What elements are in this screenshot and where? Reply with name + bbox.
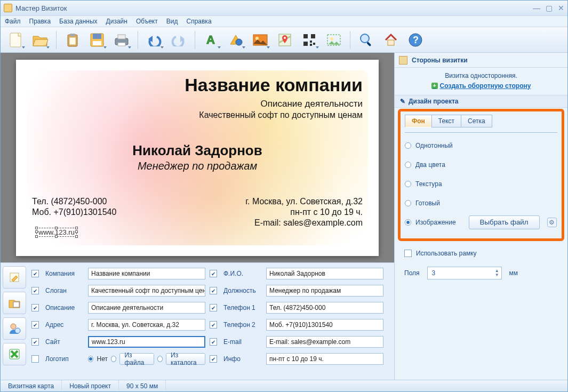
preview-button[interactable] — [355, 29, 378, 51]
menu-view[interactable]: Вид — [166, 18, 178, 25]
chk-info[interactable]: ✔ — [210, 355, 217, 363]
radio-bg-texture[interactable] — [405, 181, 411, 187]
svg-point-14 — [255, 37, 259, 40]
svg-text:A: A — [206, 33, 215, 46]
new-button[interactable] — [4, 29, 27, 51]
bg-settings-gear-icon[interactable]: ⚙ — [547, 218, 557, 227]
add-text-button[interactable]: A — [199, 29, 223, 51]
menu-file[interactable]: Файл — [5, 18, 21, 25]
chk-company[interactable]: ✔ — [31, 270, 39, 277]
svg-point-33 — [15, 328, 20, 333]
chk-site[interactable]: ✔ — [31, 338, 39, 346]
radio-logo-catalog[interactable] — [157, 356, 163, 362]
add-clipart-button[interactable] — [322, 29, 346, 51]
input-fio[interactable]: Николай Задорнов — [266, 268, 383, 279]
card-activity[interactable]: Описание деятельности — [32, 99, 363, 109]
chk-email[interactable]: ✔ — [210, 338, 217, 346]
lbl-phone1: Телефон 1 — [223, 304, 262, 311]
tab-grid[interactable]: Сетка — [461, 115, 492, 127]
chk-position[interactable]: ✔ — [210, 287, 217, 294]
card-hours[interactable]: пн-пт с 10 до 19 ч. — [245, 207, 363, 217]
radio-bg-solid[interactable] — [405, 142, 411, 149]
input-phone1[interactable]: Тел. (4872)450-000 — [266, 302, 383, 314]
input-info[interactable]: пн-пт с 10 до 19 ч. — [266, 353, 383, 365]
create-back-link[interactable]: + Создать оборотную сторону — [431, 82, 531, 90]
card-address[interactable]: г. Москва, ул. Советская, д.32 — [245, 197, 363, 206]
card-phone2[interactable]: Моб. +7(910)1301540 — [32, 207, 116, 217]
selected-website-box[interactable]: www.123.ru — [36, 228, 77, 237]
add-qr-button[interactable] — [298, 29, 321, 51]
choose-file-button[interactable]: Выбрать файл — [469, 215, 540, 229]
input-address[interactable]: г. Москва, ул. Советская, д.32 — [88, 319, 205, 331]
lbl-info: Инфо — [223, 355, 262, 363]
input-email[interactable]: E-mail: sales@example.com — [266, 336, 383, 348]
radio-bg-preset[interactable] — [405, 200, 411, 206]
card-email[interactable]: E-mail: sales@example.com — [245, 218, 363, 228]
input-company[interactable]: Название компании — [88, 268, 205, 279]
redo-button[interactable] — [167, 29, 190, 51]
sidetab-database[interactable] — [3, 292, 26, 314]
input-slogan[interactable]: Качественный софт по доступным ценам — [88, 285, 205, 297]
chk-logo[interactable]: ✔ — [31, 355, 39, 363]
input-phone2[interactable]: Моб. +7(910)1301540 — [266, 319, 383, 331]
btn-logo-catalog[interactable]: Из каталога — [166, 353, 205, 365]
window-title: Мастер Визиток — [15, 4, 67, 12]
card-company[interactable]: Название компании — [32, 75, 363, 95]
margins-spinner[interactable]: 3 ▲▼ — [427, 267, 502, 279]
chk-phone1[interactable]: ✔ — [210, 304, 217, 311]
toolbar: A ? — [1, 27, 567, 53]
add-map-button[interactable] — [273, 29, 297, 51]
close-button[interactable]: ✕ — [558, 4, 564, 12]
lbl-email: E-mail — [223, 338, 262, 346]
radio-logo-none[interactable] — [88, 356, 93, 362]
home-button[interactable] — [379, 29, 403, 51]
radio-logo-file[interactable] — [111, 356, 116, 362]
chk-slogan[interactable]: ✔ — [31, 287, 39, 294]
chk-fio[interactable]: ✔ — [210, 270, 217, 277]
menubar: Файл Правка База данных Дизайн Объект Ви… — [1, 15, 567, 27]
menu-design[interactable]: Дизайн — [106, 18, 127, 25]
menu-edit[interactable]: Правка — [29, 18, 51, 25]
chk-activity[interactable]: ✔ — [31, 304, 39, 311]
print-button[interactable] — [110, 29, 133, 51]
help-button[interactable]: ? — [404, 29, 427, 51]
sidetab-edit[interactable] — [3, 266, 26, 289]
maximize-button[interactable]: ▢ — [546, 4, 553, 12]
open-button[interactable] — [28, 29, 52, 51]
chk-use-frame[interactable]: ✔ — [404, 250, 412, 257]
svg-rect-20 — [310, 41, 312, 43]
lbl-margins-unit: мм — [509, 269, 518, 277]
sidetab-export[interactable] — [3, 343, 26, 365]
radio-bg-two[interactable] — [405, 162, 411, 168]
minimize-button[interactable]: — — [533, 4, 540, 12]
tab-text[interactable]: Текст — [431, 115, 461, 127]
card-person-name[interactable]: Николай Задорнов — [32, 142, 363, 159]
save-button[interactable] — [85, 29, 109, 51]
lbl-site: Сайт — [45, 338, 84, 346]
tab-background[interactable]: Фон — [405, 115, 432, 127]
fields-panel: ✔ Компания Название компании ✔ Ф.И.О. Ни… — [1, 262, 394, 380]
card-slogan[interactable]: Качественный софт по доступным ценам — [32, 110, 363, 120]
sidetab-person[interactable] — [3, 317, 26, 340]
menu-object[interactable]: Объект — [136, 18, 158, 25]
business-card[interactable]: Название компании Описание деятельности … — [16, 60, 379, 256]
canvas-area[interactable]: Название компании Описание деятельности … — [1, 53, 394, 262]
btn-logo-file[interactable]: Из файла — [119, 353, 154, 365]
undo-button[interactable] — [142, 29, 166, 51]
card-position[interactable]: Менеджер по продажам — [32, 160, 363, 172]
menu-database[interactable]: База данных — [59, 18, 97, 25]
card-phone1[interactable]: Тел. (4872)450-000 — [32, 197, 116, 206]
menu-help[interactable]: Справка — [186, 18, 211, 25]
paste-button[interactable] — [61, 29, 84, 51]
chk-address[interactable]: ✔ — [31, 321, 39, 329]
svg-rect-31 — [13, 302, 19, 307]
add-image-button[interactable] — [249, 29, 272, 51]
chk-phone2[interactable]: ✔ — [210, 321, 217, 329]
radio-bg-image[interactable] — [405, 219, 411, 226]
input-site[interactable]: www.123.ru — [88, 336, 205, 348]
svg-rect-27 — [388, 40, 394, 45]
input-activity[interactable]: Описание деятельности — [88, 302, 205, 314]
add-shape-button[interactable] — [224, 29, 247, 51]
input-position[interactable]: Менеджер по продажам — [266, 285, 383, 297]
lbl-margins: Поля — [404, 269, 420, 277]
